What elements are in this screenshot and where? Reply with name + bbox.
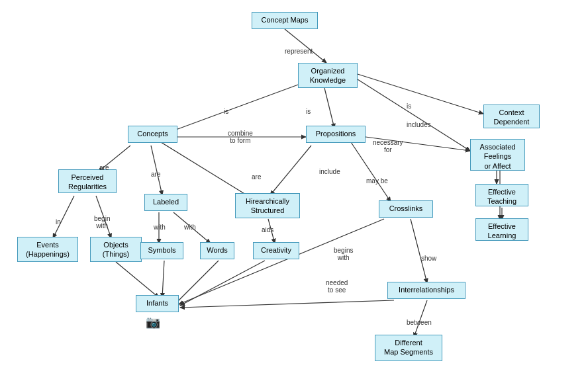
svg-line-24 bbox=[180, 261, 265, 306]
camera-icon: 📷 bbox=[146, 315, 160, 329]
label-are-3: are bbox=[252, 173, 261, 181]
concept-map: Concept Maps OrganizedKnowledge ContextD… bbox=[0, 0, 588, 381]
label-needed-to-see: neededto see bbox=[326, 279, 348, 294]
label-with-1: with bbox=[154, 224, 166, 231]
label-includes: includes bbox=[407, 121, 431, 128]
label-with-2: with bbox=[184, 224, 196, 231]
node-hierarchically-structured[interactable]: HirearchicallyStructured bbox=[235, 193, 300, 218]
node-creativity[interactable]: Creativity bbox=[253, 242, 299, 259]
label-necessary-for: necessaryfor bbox=[373, 139, 403, 153]
node-effective-learning[interactable]: EffectiveLearning bbox=[475, 218, 528, 241]
label-are-1: are bbox=[99, 164, 109, 171]
label-show: show bbox=[421, 255, 436, 262]
label-are-2: are bbox=[151, 171, 160, 178]
node-symbols[interactable]: Symbols bbox=[140, 242, 183, 259]
label-is-3: is bbox=[407, 103, 411, 110]
svg-line-22 bbox=[162, 261, 164, 298]
label-between: between bbox=[407, 319, 432, 326]
label-represent: represent bbox=[285, 48, 313, 55]
label-begins-with: beginswith bbox=[334, 247, 353, 261]
node-interrelationships[interactable]: Interrelationships bbox=[387, 282, 466, 299]
label-may-be: may be bbox=[366, 177, 388, 185]
node-crosslinks[interactable]: Crosslinks bbox=[379, 200, 433, 218]
svg-line-19 bbox=[411, 219, 427, 283]
svg-line-3 bbox=[169, 84, 300, 132]
node-words[interactable]: Words bbox=[200, 242, 234, 259]
label-combine-to-form: combineto form bbox=[228, 130, 253, 144]
svg-line-14 bbox=[53, 196, 74, 238]
node-perceived-regularities[interactable]: PerceivedRegularities bbox=[58, 169, 117, 193]
svg-line-12 bbox=[270, 146, 311, 195]
node-objects[interactable]: Objects(Things) bbox=[90, 237, 142, 262]
node-organized-knowledge[interactable]: OrganizedKnowledge bbox=[298, 63, 358, 88]
node-infants[interactable]: Infants bbox=[136, 295, 179, 312]
label-aids: aids bbox=[262, 226, 273, 233]
svg-line-23 bbox=[173, 261, 219, 306]
node-labeled[interactable]: Labeled bbox=[144, 194, 187, 211]
label-begin-with-1: beginwith bbox=[94, 215, 110, 230]
label-in: in bbox=[56, 218, 61, 226]
svg-line-20 bbox=[179, 219, 384, 304]
label-include: include bbox=[319, 168, 340, 175]
node-events[interactable]: Events(Happenings) bbox=[17, 237, 78, 262]
svg-line-21 bbox=[116, 262, 159, 298]
svg-line-4 bbox=[324, 88, 334, 128]
svg-line-1 bbox=[358, 74, 483, 114]
node-concepts[interactable]: Concepts bbox=[128, 126, 177, 143]
svg-line-0 bbox=[285, 29, 326, 63]
label-is-2: is bbox=[306, 108, 311, 115]
node-context-dependent[interactable]: ContextDependent bbox=[483, 105, 540, 128]
svg-line-26 bbox=[180, 300, 394, 308]
node-different-map-segments[interactable]: DifferentMap Segments bbox=[375, 335, 442, 361]
node-effective-teaching[interactable]: EffectiveTeaching bbox=[475, 184, 528, 206]
node-concept-maps[interactable]: Concept Maps bbox=[252, 12, 318, 29]
node-associated-feelings[interactable]: AssociatedFeelingsor Affect bbox=[470, 139, 525, 171]
node-propositions[interactable]: Propositions bbox=[306, 126, 366, 143]
label-is-1: is bbox=[224, 108, 228, 115]
